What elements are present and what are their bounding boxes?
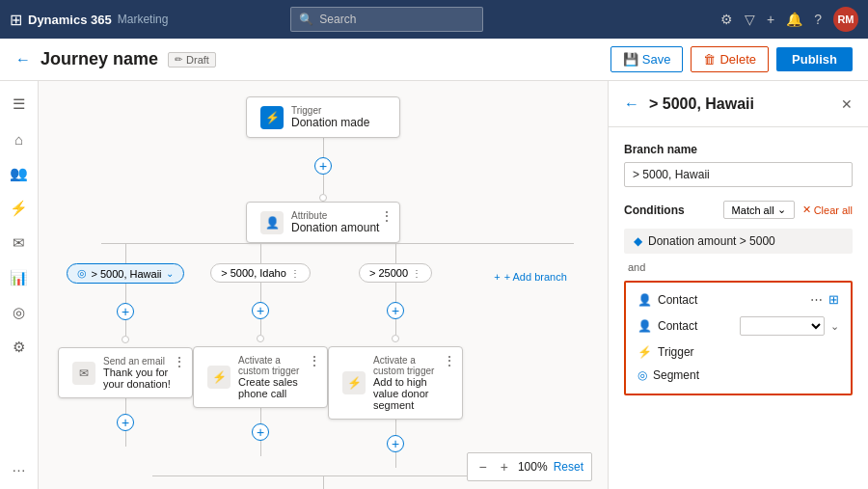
grid-icon: ⊞ [10, 11, 22, 29]
action-labels-3: Activate a custom trigger Add to high va… [373, 355, 448, 411]
branch-more-1[interactable]: ⌄ [166, 268, 174, 279]
branch-label-1: > 5000, Hawaii [91, 268, 161, 280]
dropdown-row-4: ◎ Segment [632, 365, 845, 386]
draft-icon: ✏ [175, 54, 182, 65]
contact-dropdown[interactable] [740, 316, 826, 336]
trigger-node: ⚡ Trigger Donation made + [246, 96, 400, 202]
attribute-node: 👤 Attribute Donation amount ⋮ [246, 202, 400, 243]
action-node-2[interactable]: ⚡ Activate a custom trigger Create sales… [193, 346, 328, 408]
zoom-out-button[interactable]: − [475, 457, 491, 476]
attribute-node-box[interactable]: 👤 Attribute Donation amount ⋮ [246, 202, 400, 243]
action-more-1[interactable]: ⋮ [173, 354, 186, 369]
back-button[interactable]: ← [15, 51, 31, 68]
nav-actions: ⚙ ▽ + 🔔 ? RM [720, 7, 858, 32]
action-node-3[interactable]: ⚡ Activate a custom trigger Add to high … [328, 346, 463, 420]
trigger-icon: ⚡ [637, 345, 652, 359]
panel-body: Branch name Conditions Match all ⌄ ✕ Cle… [609, 127, 868, 489]
add-btn-after-2[interactable]: + [252, 423, 269, 441]
sidebar-icon-email[interactable]: ✉ [4, 228, 35, 258]
action-icon-1: ✉ [72, 362, 95, 385]
branch-more-2[interactable]: ⋮ [290, 268, 300, 279]
app-module: Marketing [118, 13, 169, 26]
input-icon-1[interactable]: ⊞ [828, 292, 839, 307]
attribute-node-labels: Attribute Donation amount [291, 210, 379, 234]
reset-button[interactable]: Reset [554, 460, 583, 474]
branch-chip-icon-1: ◎ [77, 267, 87, 280]
sidebar-icon-segments[interactable]: ◎ [4, 297, 35, 328]
search-bar[interactable]: 🔍 Search [290, 7, 483, 32]
segment-icon: ◎ [637, 368, 647, 382]
segment-label: Segment [653, 368, 839, 382]
search-placeholder: Search [319, 13, 356, 26]
left-sidebar: ☰ ⌂ 👥 ⚡ ✉ 📊 ◎ ⚙ … [0, 81, 39, 489]
branch-chip-3[interactable]: > 25000 ⋮ [359, 263, 432, 283]
panel-back-button[interactable]: ← [624, 95, 639, 113]
dot-branch-2 [257, 335, 264, 342]
contact-label-1: Contact [658, 293, 804, 307]
and-label: and [624, 261, 853, 273]
conditions-label: Conditions [624, 204, 723, 217]
more-icon-1[interactable]: ⋯ [810, 292, 823, 307]
branch-name-label: Branch name [624, 143, 853, 156]
branch-chip-2[interactable]: > 5000, Idaho ⋮ [210, 263, 311, 283]
second-bar: ← Journey name ✏ Draft 💾 Save 🗑 Delete P… [0, 39, 868, 81]
publish-button[interactable]: Publish [776, 47, 853, 71]
save-button[interactable]: 💾 Save [610, 46, 684, 72]
condition-text-1: Donation amount > 5000 [648, 234, 775, 248]
action-icon-2: ⚡ [207, 366, 231, 389]
action-more-2[interactable]: ⋮ [308, 353, 321, 368]
panel-close-button[interactable]: ✕ [841, 96, 853, 112]
add-btn-branch-3[interactable]: + [387, 302, 404, 319]
branch-col-3: > 25000 ⋮ + ⚡ Activate a custom trigger [328, 244, 463, 468]
add-btn-branch-2[interactable]: + [252, 302, 269, 319]
clear-all-button[interactable]: ✕ Clear all [802, 204, 853, 216]
connector-1 [323, 138, 324, 157]
dropdown-row-2: 👤 Contact ⌄ [632, 312, 845, 340]
add-btn-branch-1[interactable]: + [117, 303, 134, 320]
chevron-down-icon: ⌄ [777, 204, 786, 216]
action-more-3[interactable]: ⋮ [443, 353, 456, 368]
branch-col-other: Other [598, 244, 608, 302]
main-layout: ☰ ⌂ 👥 ⚡ ✉ 📊 ◎ ⚙ … ⚡ Trigger Donation mad… [0, 81, 868, 489]
attribute-node-more[interactable]: ⋮ [380, 208, 393, 224]
action-icon-3: ⚡ [342, 371, 366, 394]
branch-col-2: > 5000, Idaho ⋮ + ⚡ Activate a custom tr… [193, 244, 328, 456]
right-panel: ← > 5000, Hawaii ✕ Branch name Condition… [608, 81, 868, 489]
chevron-icon-2: ⌄ [830, 320, 839, 333]
action-node-1[interactable]: ✉ Send an email Thank you for your donat… [58, 347, 193, 398]
top-nav: ⊞ Dynamics 365 Marketing 🔍 Search ⚙ ▽ + … [0, 0, 868, 39]
branch-label-3: > 25000 [369, 267, 408, 279]
bell-icon[interactable]: 🔔 [786, 12, 802, 27]
filter-icon[interactable]: ▽ [745, 12, 755, 27]
sidebar-icon-home[interactable]: ⌂ [4, 123, 35, 154]
add-btn-1[interactable]: + [314, 157, 332, 175]
trigger-label: Trigger [658, 345, 839, 359]
branch-name-input[interactable] [624, 162, 853, 187]
sidebar-icon-settings[interactable]: ⚙ [4, 332, 35, 363]
sidebar-icon-journey[interactable]: ⚡ [4, 193, 35, 224]
add-branch-button[interactable]: + + Add branch [486, 267, 575, 286]
conditions-section-header: Conditions Match all ⌄ ✕ Clear all [624, 201, 853, 219]
sidebar-icon-people[interactable]: 👥 [4, 158, 35, 189]
trigger-node-box[interactable]: ⚡ Trigger Donation made [246, 96, 400, 138]
delete-icon: 🗑 [703, 52, 716, 67]
help-icon[interactable]: ? [814, 12, 822, 27]
settings-icon[interactable]: ⚙ [720, 12, 733, 27]
search-icon: 🔍 [299, 13, 313, 26]
match-all-button[interactable]: Match all ⌄ [723, 201, 795, 219]
add-icon[interactable]: + [767, 12, 774, 27]
add-btn-after-1[interactable]: + [117, 414, 134, 431]
sidebar-icon-menu[interactable]: ☰ [4, 89, 35, 120]
user-avatar[interactable]: RM [833, 7, 858, 32]
delete-button[interactable]: 🗑 Delete [691, 46, 769, 72]
branch-more-3[interactable]: ⋮ [412, 268, 421, 279]
dot-1 [319, 194, 327, 202]
draft-label: Draft [186, 54, 209, 66]
journey-canvas[interactable]: ⚡ Trigger Donation made + 👤 Attribute [39, 81, 608, 489]
zoom-in-button[interactable]: + [497, 457, 512, 476]
sidebar-icon-more[interactable]: … [4, 450, 35, 481]
branch-chip-1[interactable]: ◎ > 5000, Hawaii ⌄ [67, 263, 183, 284]
add-btn-after-3[interactable]: + [387, 435, 404, 452]
sidebar-icon-analytics[interactable]: 📊 [4, 262, 35, 293]
contact-icon-2: 👤 [637, 319, 652, 333]
